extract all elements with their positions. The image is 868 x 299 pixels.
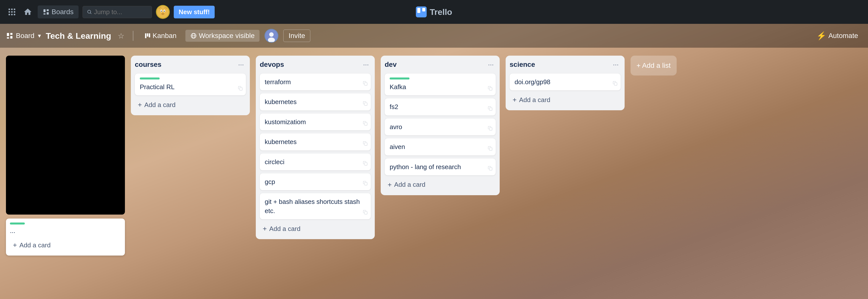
card-text: python - lang of research (390, 162, 491, 171)
card-copy-icon[interactable] (363, 81, 368, 87)
card-copy-icon[interactable] (363, 161, 368, 167)
card[interactable]: fs2 (385, 98, 496, 115)
svg-point-14 (157, 6, 169, 18)
board-title: Tech & Learning (46, 31, 111, 41)
add-list-button[interactable]: + Add a list (630, 56, 677, 76)
svg-rect-47 (490, 168, 492, 170)
svg-rect-10 (46, 9, 49, 11)
svg-rect-39 (365, 142, 367, 145)
card-copy-icon[interactable] (363, 121, 368, 128)
board-header: Board ▾ Tech & Learning ☆ Kanban Workspa… (0, 24, 868, 48)
svg-rect-5 (14, 11, 16, 13)
card-copy-icon[interactable] (488, 166, 493, 172)
add-card-button-media[interactable]: + Add a card (10, 239, 121, 251)
add-card-button-devops[interactable]: + Add a card (260, 222, 371, 235)
column-devops: devops···terraformkuberneteskustomizatio… (256, 56, 375, 239)
mascot-avatar[interactable] (156, 5, 170, 19)
svg-rect-42 (365, 212, 367, 214)
card[interactable]: kubernetes (260, 133, 371, 150)
media-card-text: ... (10, 227, 121, 235)
workspace-visible-button[interactable]: Workspace visible (185, 30, 259, 42)
card[interactable]: circleci (260, 154, 371, 170)
card-text: aiven (390, 142, 491, 151)
boards-button[interactable]: Boards (38, 5, 79, 18)
user-avatar[interactable] (265, 29, 278, 43)
column-title-dev: dev (385, 61, 397, 69)
home-icon[interactable] (22, 6, 34, 18)
svg-rect-8 (14, 14, 16, 16)
automate-button[interactable]: ⚡ Automate (812, 29, 862, 43)
board-star-button[interactable]: ☆ (116, 30, 126, 42)
svg-rect-25 (10, 36, 13, 38)
svg-point-33 (269, 32, 274, 37)
card-text: Practical RL (140, 82, 241, 91)
svg-rect-29 (149, 33, 150, 37)
card-copy-icon[interactable] (488, 126, 493, 132)
card[interactable]: python - lang of research (385, 158, 496, 175)
svg-rect-41 (365, 183, 367, 185)
new-stuff-button[interactable]: New stuff! (174, 6, 215, 18)
card-copy-icon[interactable] (488, 106, 493, 112)
card[interactable]: kubernetes (260, 93, 371, 110)
card-copy-icon[interactable] (363, 210, 368, 216)
media-white-card: ... + Add a card (6, 219, 125, 255)
column-science: science···doi.org/gp98+ Add a card (506, 56, 625, 110)
column-courses: courses···Practical RL+ Add a card (131, 56, 250, 115)
svg-rect-23 (7, 33, 9, 36)
add-card-area: + Add a card (10, 239, 121, 251)
board-divider (133, 31, 133, 41)
card[interactable]: Kafka (385, 74, 496, 96)
svg-rect-43 (490, 88, 492, 90)
column-menu-button-devops[interactable]: ··· (361, 60, 371, 70)
search-bar[interactable] (83, 6, 152, 18)
card[interactable]: avro (385, 118, 496, 135)
svg-rect-26 (7, 37, 9, 38)
card-copy-icon[interactable] (613, 81, 618, 87)
column-menu-button-courses[interactable]: ··· (236, 60, 246, 70)
search-input[interactable] (94, 8, 148, 16)
card[interactable]: terraform (260, 74, 371, 90)
card-text: avro (390, 123, 491, 131)
card-copy-icon[interactable] (363, 141, 368, 147)
add-card-button-dev[interactable]: + Add a card (385, 178, 496, 191)
add-card-button-science[interactable]: + Add a card (509, 93, 621, 106)
card-copy-icon[interactable] (488, 146, 493, 153)
card-text: gcp (265, 177, 366, 186)
card-text: doi.org/gp98 (515, 78, 616, 86)
grid-icon[interactable] (6, 6, 18, 18)
card[interactable]: doi.org/gp98 (509, 74, 621, 90)
column-menu-button-science[interactable]: ··· (611, 60, 621, 70)
invite-button[interactable]: Invite (283, 30, 310, 42)
board-area: ... + Add a card courses···Practical RL+… (0, 48, 868, 299)
column-header-science: science··· (509, 60, 621, 70)
svg-rect-2 (14, 9, 16, 10)
svg-point-18 (164, 11, 165, 12)
svg-rect-28 (147, 33, 148, 36)
card[interactable]: git + bash aliases shortcuts stash etc. (260, 193, 371, 219)
card[interactable]: kustomizatiom (260, 113, 371, 130)
card-copy-icon[interactable] (363, 181, 368, 187)
svg-rect-48 (615, 83, 617, 85)
svg-rect-40 (365, 163, 367, 165)
column-title-devops: devops (260, 61, 284, 69)
board-icon-label: Board ▾ (6, 32, 41, 40)
add-card-button-courses[interactable]: + Add a card (135, 98, 246, 111)
svg-rect-7 (11, 14, 13, 16)
column-header-dev: dev··· (385, 60, 496, 70)
card-green-bar (390, 78, 409, 79)
svg-rect-38 (365, 123, 367, 126)
card-text: git + bash aliases shortcuts stash etc. (265, 197, 366, 215)
svg-rect-4 (11, 11, 13, 13)
card-copy-icon[interactable] (238, 86, 243, 92)
board-chevron[interactable]: ▾ (38, 32, 41, 39)
card-copy-icon[interactable] (363, 101, 368, 108)
svg-point-19 (161, 13, 164, 15)
media-column: ... + Add a card (6, 56, 125, 255)
card-copy-icon[interactable] (488, 86, 493, 92)
card-text: fs2 (390, 102, 491, 111)
card[interactable]: Practical RL (135, 74, 246, 96)
card[interactable]: gcp (260, 173, 371, 190)
column-menu-button-dev[interactable]: ··· (486, 60, 496, 70)
card[interactable]: aiven (385, 138, 496, 155)
kanban-button[interactable]: Kanban (140, 30, 181, 42)
